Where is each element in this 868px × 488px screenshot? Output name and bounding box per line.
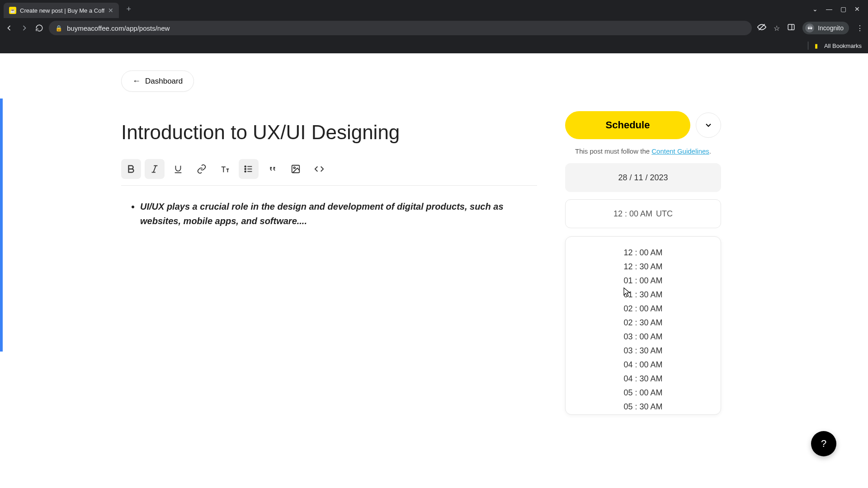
bookmarks-bar: ▮ All Bookmarks (0, 38, 868, 53)
time-option[interactable]: 12 : 00 AM (570, 246, 716, 260)
time-dropdown: 12 : 00 AM12 : 30 AM01 : 00 AM01 : 30 AM… (565, 236, 721, 415)
browser-chrome: ☕ Create new post | Buy Me a Coff ✕ + ⌄ … (0, 0, 868, 53)
toolbar-divider (121, 185, 537, 186)
close-window-icon[interactable]: ✕ (854, 5, 860, 13)
tabs-dropdown-icon[interactable]: ⌄ (812, 5, 818, 13)
favicon-icon: ☕ (9, 7, 16, 14)
time-option[interactable]: 12 : 30 AM (570, 260, 716, 274)
all-bookmarks-link[interactable]: All Bookmarks (824, 42, 862, 49)
star-icon[interactable]: ☆ (774, 24, 780, 33)
back-to-dashboard-button[interactable]: ← Dashboard (121, 70, 194, 92)
underline-button[interactable] (168, 159, 188, 179)
guidelines-link[interactable]: Content Guidelines (651, 147, 709, 155)
date-picker[interactable]: 28 / 11 / 2023 (565, 163, 721, 192)
quote-button[interactable] (262, 159, 282, 179)
close-tab-icon[interactable]: ✕ (108, 7, 113, 14)
incognito-icon: 🕶 (805, 23, 814, 33)
url-input[interactable]: 🔒 buymeacoffee.com/app/posts/new (49, 21, 752, 35)
side-panel-icon[interactable] (787, 23, 795, 33)
editor-toolbar (121, 159, 537, 179)
time-option[interactable]: 06 : 00 AM (570, 414, 716, 414)
svg-point-11 (245, 169, 246, 170)
bookmarks-folder-icon: ▮ (815, 42, 818, 49)
guidelines-suffix: . (709, 147, 711, 155)
guidelines-prefix: This post must follow the (575, 147, 651, 155)
incognito-label: Incognito (818, 24, 844, 32)
maximize-icon[interactable]: ▢ (840, 5, 846, 13)
time-value: 12 : 00 AM (613, 209, 652, 219)
date-value: 28 / 11 / 2023 (618, 173, 668, 183)
time-option[interactable]: 04 : 00 AM (570, 358, 716, 372)
back-label: Dashboard (145, 77, 183, 86)
svg-rect-1 (788, 24, 794, 30)
time-option[interactable]: 04 : 30 AM (570, 372, 716, 386)
page-content: ← Dashboard Introduction to UX/UI Design… (0, 53, 868, 488)
help-button[interactable]: ? (811, 431, 836, 456)
time-option[interactable]: 02 : 00 AM (570, 302, 716, 316)
time-option[interactable]: 01 : 30 AM (570, 288, 716, 302)
tab-title: Create new post | Buy Me a Coff (20, 7, 104, 14)
editor-column: Introduction to UX/UI Designing UI/UX pl… (121, 121, 537, 228)
forward-icon[interactable] (20, 23, 29, 33)
new-tab-button[interactable]: + (123, 3, 135, 16)
time-option[interactable]: 01 : 00 AM (570, 274, 716, 288)
reload-icon[interactable] (35, 24, 43, 32)
lock-icon: 🔒 (55, 25, 62, 32)
nav-icons (5, 23, 43, 33)
post-body-editor[interactable]: UI/UX plays a crucial role in the design… (121, 199, 537, 228)
svg-point-12 (245, 171, 246, 172)
bullet-list-button[interactable] (239, 159, 259, 179)
schedule-button[interactable]: Schedule (565, 111, 690, 139)
minimize-icon[interactable]: — (826, 5, 832, 13)
bullet-item: UI/UX plays a crucial role in the design… (140, 199, 537, 228)
svg-point-14 (293, 167, 295, 169)
time-option-list[interactable]: 12 : 00 AM12 : 30 AM01 : 00 AM01 : 30 AM… (570, 246, 716, 414)
window-controls: ⌄ — ▢ ✕ (812, 5, 864, 13)
image-button[interactable] (286, 159, 306, 179)
text-size-button[interactable] (215, 159, 235, 179)
bold-button[interactable] (121, 159, 141, 179)
separator (808, 42, 808, 50)
chevron-down-icon (704, 121, 713, 130)
incognito-badge[interactable]: 🕶 Incognito (802, 22, 849, 34)
back-icon[interactable] (5, 23, 14, 33)
address-bar: 🔒 buymeacoffee.com/app/posts/new ☆ 🕶 Inc… (0, 18, 868, 38)
browser-tab[interactable]: ☕ Create new post | Buy Me a Coff ✕ (4, 3, 119, 18)
eye-off-icon[interactable] (757, 23, 766, 33)
code-button[interactable] (309, 159, 329, 179)
time-picker[interactable]: 12 : 00 AM UTC (565, 199, 721, 228)
time-option[interactable]: 02 : 30 AM (570, 316, 716, 330)
svg-point-10 (245, 166, 246, 167)
timezone-label: UTC (656, 209, 673, 219)
schedule-options-button[interactable] (696, 113, 721, 138)
svg-line-5 (153, 166, 156, 173)
time-option[interactable]: 03 : 00 AM (570, 330, 716, 344)
time-option[interactable]: 03 : 30 AM (570, 344, 716, 358)
kebab-menu-icon[interactable]: ⋮ (856, 24, 863, 33)
time-option[interactable]: 05 : 00 AM (570, 386, 716, 400)
selection-strip (0, 99, 3, 352)
address-bar-right: ☆ 🕶 Incognito ⋮ (757, 22, 863, 34)
time-option[interactable]: 05 : 30 AM (570, 400, 716, 414)
italic-button[interactable] (145, 159, 165, 179)
tab-bar: ☕ Create new post | Buy Me a Coff ✕ + ⌄ … (0, 0, 868, 18)
link-button[interactable] (192, 159, 212, 179)
post-title-input[interactable]: Introduction to UX/UI Designing (121, 121, 537, 144)
guidelines-text: This post must follow the Content Guidel… (565, 147, 721, 155)
help-icon: ? (821, 438, 826, 450)
url-text: buymeacoffee.com/app/posts/new (67, 24, 745, 32)
schedule-panel: Schedule This post must follow the Conte… (565, 111, 721, 415)
arrow-left-icon: ← (132, 76, 141, 86)
